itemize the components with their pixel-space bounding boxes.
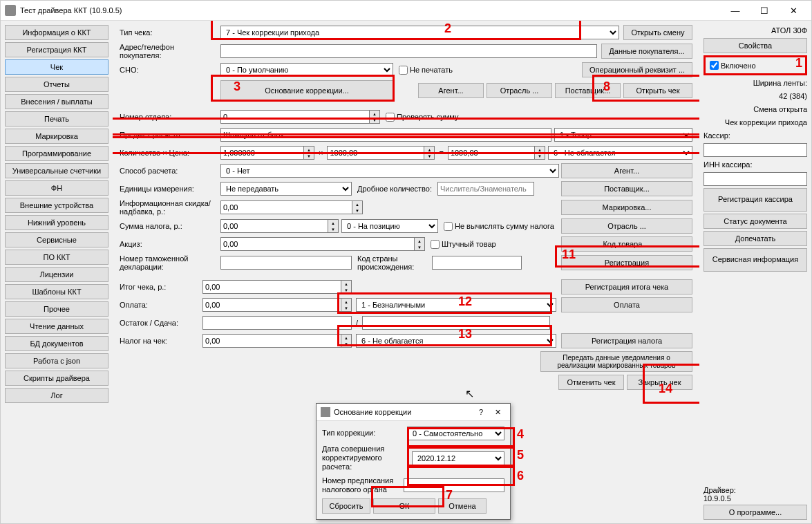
nav-read[interactable]: Чтение данных [5,319,108,334]
op-rekvizit-button[interactable]: Операционный реквизит ... [582,62,692,77]
modal-num-input[interactable] [404,478,504,492]
adres-input[interactable] [220,44,597,58]
nav-counters[interactable]: Универсальные счетчики [5,163,108,178]
nav-ext[interactable]: Внешние устройства [5,198,108,213]
nav-chek[interactable]: Чек [5,59,108,75]
oplata-button[interactable]: Оплата [561,297,692,312]
tsena-input[interactable] [327,146,424,160]
nav-json[interactable]: Работа с json [5,353,108,368]
props-button[interactable]: Свойства [704,38,807,53]
modal-tip-select[interactable]: 0 - Самостоятельно [407,427,504,440]
spin-icon[interactable]: ▲▼ [341,298,352,312]
nomer-otdela-input[interactable] [220,110,369,124]
postavshik2-button[interactable]: Поставщик... [561,181,692,196]
modal-cancel-button[interactable]: Отмена [438,498,487,514]
ne-vych-checkbox[interactable] [444,222,453,231]
osnov-korrektsii-button[interactable]: Основание коррекции... [220,80,393,101]
nomer-tam-input[interactable] [220,256,352,270]
nav-marking[interactable]: Маркировка [5,129,108,144]
ne-pechatat-checkbox[interactable] [399,66,408,75]
proveryat-summu-checkbox[interactable] [386,113,395,122]
oplata-type-select[interactable]: 1 - Безналичными [356,298,556,312]
nav-info[interactable]: Информация о ККТ [5,25,108,40]
sum-naloga-input[interactable] [220,219,328,233]
maximize-button[interactable]: ☐ [750,2,778,19]
oplata-input[interactable] [202,298,341,312]
drob-input[interactable] [437,182,534,196]
ostatok2-input[interactable] [362,316,550,330]
agent2-button[interactable]: Агент... [561,163,692,178]
dopechat-button[interactable]: Допечатать [704,231,807,246]
nalog-stavka-select[interactable]: 6 - Не облагается [548,146,692,160]
nalog-chek-input[interactable] [202,334,341,348]
open-check-button[interactable]: Открыть чек [623,83,692,98]
otrasl2-button[interactable]: Отрасль ... [561,218,692,234]
nalog-type-select[interactable]: 0 - На позицию [341,219,438,233]
edinitsy-select[interactable]: Не передавать [220,182,352,196]
kolvo-input[interactable] [220,146,303,160]
spin-icon[interactable]: ▲▼ [369,110,380,124]
reg-nalog-button[interactable]: Регистрация налога [561,333,692,348]
close-button[interactable]: ✕ [780,2,807,19]
nav-bd[interactable]: БД документов [5,336,108,351]
nav-log[interactable]: Лог [5,388,108,403]
marking-button[interactable]: Маркировка... [561,200,692,215]
service-info-button[interactable]: Сервисная информация [704,248,807,272]
status-button[interactable]: Статус документа [704,214,807,229]
inn-input[interactable] [704,172,807,186]
nav-fn[interactable]: ФН [5,180,108,196]
nalog-chek-type-select[interactable]: 6 - Не облагается [356,334,556,348]
shtuch-checkbox[interactable] [431,240,440,249]
spin-icon[interactable]: ▲▼ [328,219,339,233]
itog-input[interactable] [202,280,341,294]
tip-cheka-select[interactable]: 7 - Чек коррекции прихода [220,26,619,39]
info-skidka-input[interactable] [220,200,352,214]
nav-low[interactable]: Нижний уровень [5,215,108,230]
open-shift-button[interactable]: Открыть смену [623,25,692,40]
nav-reg[interactable]: Регистрация ККТ [5,42,108,57]
close-check-button[interactable]: Закрыть чек [627,375,692,390]
spin-icon[interactable]: ▲▼ [341,334,352,348]
enabled-checkbox[interactable] [710,61,719,70]
otrasl-button[interactable]: Отрасль ... [487,83,552,98]
predmet-input[interactable] [220,128,551,142]
modal-ok-button[interactable]: ОК [373,498,435,514]
kod-strany-input[interactable] [432,256,522,270]
nav-scripts[interactable]: Скрипты драйвера [5,371,108,386]
minimize-button[interactable]: — [721,2,749,19]
reg-itog-button[interactable]: Регистрация итога чека [561,279,692,294]
ostatok1-input[interactable] [202,316,352,330]
spin-icon[interactable]: ▲▼ [352,200,363,214]
about-button[interactable]: О программе... [704,505,807,520]
spin-icon[interactable]: ▲▼ [341,280,352,294]
kod-tovara-button[interactable]: Код товара ... [561,236,692,252]
modal-close-button[interactable]: ✕ [489,408,506,417]
sposob-select[interactable]: 0 - Нет [220,164,559,178]
nav-pokkt[interactable]: ПО ККТ [5,250,108,265]
spin-icon[interactable]: ▲▼ [534,146,545,160]
nav-prog[interactable]: Программирование [5,146,108,161]
predmet-type-select[interactable]: 1 - Товар [554,128,692,142]
reg-button[interactable]: Регистрация [561,255,692,270]
spin-icon[interactable]: ▲▼ [414,237,425,251]
nav-service[interactable]: Сервисные [5,232,108,247]
kassir-input[interactable] [704,143,807,157]
nav-reports[interactable]: Отчеты [5,77,108,92]
modal-help-button[interactable]: ? [473,408,489,416]
nav-other[interactable]: Прочее [5,301,108,317]
reg-kassir-button[interactable]: Регистрация кассира [704,188,807,212]
summa-input[interactable] [448,146,534,160]
nav-lic[interactable]: Лицензии [5,267,108,282]
modal-reset-button[interactable]: Сбросить [322,498,370,514]
nav-deposit[interactable]: Внесения / выплаты [5,94,108,109]
modal-date-input[interactable]: 2020.12.12 [412,451,504,465]
peredat-button[interactable]: Передать данные уведомления о реализации… [540,351,692,372]
agent-button[interactable]: Агент... [418,83,484,98]
spin-icon[interactable]: ▲▼ [424,146,435,160]
spin-icon[interactable]: ▲▼ [303,146,314,160]
cancel-check-button[interactable]: Отменить чек [558,375,624,390]
buyer-data-button[interactable]: Данные покупателя... [601,44,692,59]
aktsiz-input[interactable] [220,237,414,251]
sno-select[interactable]: 0 - По умолчанию [220,63,393,77]
postavshik-button[interactable]: Поставщик... [555,83,621,98]
